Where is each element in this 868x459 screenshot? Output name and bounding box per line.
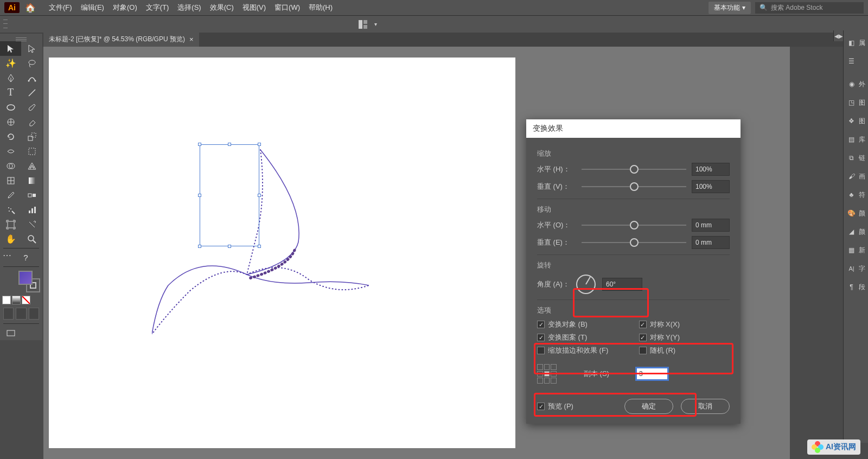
move-h-slider[interactable]	[582, 225, 686, 226]
perspective-grid-tool[interactable]	[21, 158, 42, 173]
mesh-tool[interactable]	[0, 173, 21, 188]
panel-collapse-icon[interactable]: ◀▶	[833, 30, 843, 41]
chk-transform-pattern[interactable]	[537, 334, 545, 341]
panel-brushes[interactable]: 🖌画	[844, 167, 869, 186]
rotate-tool[interactable]	[0, 129, 21, 144]
chk-random[interactable]	[639, 347, 647, 354]
magic-wand-tool[interactable]: ✨	[0, 56, 21, 71]
panel-paragraph[interactable]: ¶段	[844, 278, 869, 296]
free-transform-tool[interactable]	[21, 144, 42, 158]
gradient-tool[interactable]	[21, 173, 42, 188]
panel-swatches[interactable]: ▦新	[844, 241, 869, 259]
artboard[interactable]	[49, 58, 515, 448]
panel-libraries[interactable]: ▤库	[844, 130, 869, 149]
menu-effect[interactable]: 效果(C)	[206, 3, 238, 12]
menu-window[interactable]: 窗口(W)	[270, 3, 304, 12]
cancel-button[interactable]: 取消	[681, 399, 730, 414]
scale-v-input[interactable]: 100%	[692, 180, 730, 193]
screen-mode[interactable]	[0, 326, 21, 340]
eraser-tool[interactable]	[21, 114, 42, 129]
panel-links[interactable]: ⧉链	[844, 149, 869, 167]
slice-tool[interactable]	[21, 217, 42, 232]
tab-title: 未标题-2 [已恢复]* @ 54.53% (RGB/GPU 预览)	[49, 35, 185, 44]
lasso-tool[interactable]	[21, 56, 42, 71]
menu-help[interactable]: 帮助(H)	[304, 3, 337, 12]
fill-stroke-swatches[interactable]	[18, 271, 40, 292]
dialog-title: 变换效果	[526, 119, 741, 138]
selection-tool[interactable]	[0, 41, 21, 56]
move-h-input[interactable]: 0 mm	[692, 219, 730, 232]
color-gradient[interactable]	[12, 296, 21, 304]
line-tool[interactable]	[21, 85, 42, 100]
panel-properties[interactable]: ◧属	[844, 34, 869, 52]
panel-properties-2[interactable]: ☰	[844, 52, 869, 71]
draw-normal[interactable]	[3, 308, 14, 320]
chevron-down-icon[interactable]: ▾	[374, 21, 377, 27]
panel-graphic-styles[interactable]: ◳图	[844, 93, 869, 112]
menu-object[interactable]: 对象(O)	[108, 3, 142, 12]
angle-dial[interactable]	[576, 275, 596, 294]
panel-color[interactable]: 🎨颜	[844, 204, 869, 222]
panel-layers[interactable]: ❖图	[844, 112, 869, 130]
draw-behind[interactable]	[16, 308, 26, 320]
toolbar-grip[interactable]	[3, 18, 8, 30]
symbol-sprayer-tool[interactable]	[0, 202, 21, 217]
eyedropper-tool[interactable]	[0, 188, 21, 202]
menu-type[interactable]: 文字(T)	[142, 3, 174, 12]
panel-character[interactable]: A|字	[844, 259, 869, 278]
scale-h-input[interactable]: 100%	[692, 163, 730, 176]
panel-symbols[interactable]: ♣符	[844, 186, 869, 204]
document-tab[interactable]: 未标题-2 [已恢复]* @ 54.53% (RGB/GPU 预览) ×	[43, 32, 199, 47]
menu-view[interactable]: 视图(V)	[238, 3, 270, 12]
draw-inside[interactable]	[29, 308, 39, 320]
fill-swatch[interactable]	[18, 271, 33, 285]
scale-tool[interactable]	[21, 129, 42, 144]
move-v-slider[interactable]	[582, 242, 686, 243]
hand-tool[interactable]: ✋	[0, 232, 21, 246]
color-none[interactable]	[22, 296, 30, 304]
shaper-tool[interactable]	[0, 114, 21, 129]
workspace-selector[interactable]: 基本功能 ▾	[709, 2, 751, 14]
scale-h-slider[interactable]	[582, 169, 686, 170]
graph-tool[interactable]	[21, 202, 42, 217]
color-solid[interactable]	[2, 296, 11, 304]
rectangle-tool[interactable]	[0, 100, 21, 114]
pen-tool[interactable]	[0, 71, 21, 85]
ok-button[interactable]: 确定	[624, 399, 673, 414]
brush-tool[interactable]	[21, 100, 42, 114]
chk-preview[interactable]	[537, 403, 545, 410]
chk-transform-object[interactable]	[537, 321, 545, 328]
panel-appearance[interactable]: ◉外	[844, 75, 869, 93]
toolbox-more[interactable]: ⋯	[0, 250, 15, 265]
menu-select[interactable]: 选择(S)	[173, 3, 205, 12]
scale-section-label: 缩放	[537, 149, 730, 158]
stock-search[interactable]: 🔍 搜索 Adobe Stock	[755, 2, 864, 14]
chk-reflect-y[interactable]	[639, 334, 647, 341]
artboard-tool[interactable]	[0, 217, 21, 232]
move-v-input[interactable]: 0 mm	[692, 236, 730, 249]
selection-bounding-box[interactable]	[200, 144, 259, 246]
edit-toolbar[interactable]: ?	[15, 250, 36, 265]
close-icon[interactable]: ×	[189, 35, 194, 43]
direct-selection-tool[interactable]	[21, 41, 42, 56]
angle-input[interactable]: 60°	[602, 278, 642, 291]
menu-file[interactable]: 文件(F)	[44, 3, 76, 12]
scale-v-slider[interactable]	[582, 186, 686, 187]
shape-builder-tool[interactable]	[0, 158, 21, 173]
club-icon: ♣	[847, 190, 857, 200]
zoom-tool[interactable]	[21, 232, 42, 246]
home-icon[interactable]: 🏠	[25, 3, 36, 13]
anchor-point-grid[interactable]	[537, 364, 557, 384]
copies-input[interactable]: 3	[636, 368, 668, 380]
svg-point-18	[8, 207, 9, 208]
menu-edit[interactable]: 编辑(E)	[76, 3, 108, 12]
chk-reflect-x[interactable]	[639, 321, 647, 328]
chk-scale-strokes[interactable]	[537, 347, 545, 354]
blend-tool[interactable]	[21, 188, 42, 202]
curvature-tool[interactable]	[21, 71, 42, 85]
toolbox-grip[interactable]	[0, 37, 42, 41]
width-tool[interactable]	[0, 144, 21, 158]
panel-color-guide[interactable]: ◢颜	[844, 222, 869, 241]
arrange-docs-icon[interactable]	[358, 20, 368, 29]
type-tool[interactable]: T	[0, 85, 21, 100]
